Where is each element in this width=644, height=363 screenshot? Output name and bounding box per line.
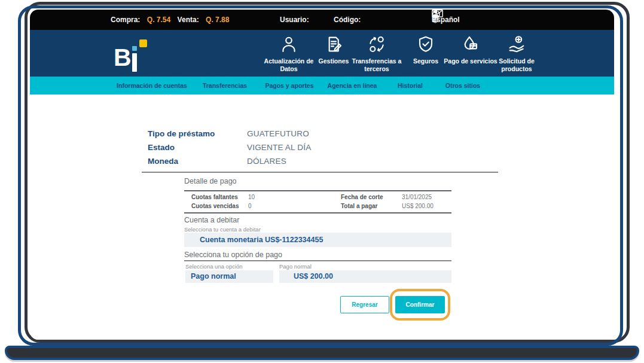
- venta-value: Q. 7.88: [206, 10, 229, 30]
- laptop-mockup: Compra: Q. 7.54 Venta: Q. 7.88 Usuario: …: [0, 0, 644, 363]
- fecha-corte-value: 31/01/2025: [402, 194, 432, 200]
- total-pagar-label: Total a pagar: [341, 203, 378, 209]
- loan-status-label: Estado: [148, 143, 175, 152]
- banking-app-window: Compra: Q. 7.54 Venta: Q. 7.88 Usuario: …: [30, 10, 614, 340]
- subnav-otros-sitios[interactable]: Otros sitios: [445, 77, 480, 94]
- loan-type-value: GUATEFUTURO: [247, 129, 309, 138]
- bi-logo[interactable]: B: [114, 43, 155, 74]
- loan-payment-content: Tipo de préstamo GUATEFUTURO Estado VIGE…: [30, 94, 614, 340]
- fecha-corte-label: Fecha de corte: [341, 194, 383, 200]
- payment-option-select[interactable]: Pago normal: [185, 270, 273, 283]
- droplet-card-icon: [461, 35, 480, 55]
- compra-value: Q. 7.54: [147, 10, 170, 30]
- back-button[interactable]: Regresar: [340, 296, 389, 313]
- payment-detail-table: Cuotas faltantes 10 Fecha de corte 31/01…: [184, 190, 451, 213]
- table-row: Cuotas faltantes 10 Fecha de corte 31/01…: [184, 194, 451, 202]
- amount-column-label: Pago normal: [279, 263, 312, 270]
- topbar-icon-group: Español ?: [432, 10, 439, 30]
- header-nav-label: Solicitud de productos: [489, 57, 544, 72]
- cuotas-faltantes-value: 10: [248, 194, 255, 200]
- payment-option-selected: Pago normal: [191, 270, 273, 283]
- loan-status-value: VIGENTE AL DÍA: [247, 143, 311, 152]
- compra-label: Compra:: [111, 10, 140, 30]
- table-bottom-border: [184, 212, 451, 213]
- subnav-pagos-y-aportes[interactable]: Pagos y aportes: [265, 77, 313, 94]
- section-divider: [142, 172, 498, 173]
- subnav-transferencias[interactable]: Transferencias: [203, 77, 247, 94]
- confirm-button[interactable]: Confirmar: [395, 296, 445, 313]
- debit-account-title: Cuenta a debitar: [184, 216, 239, 224]
- debit-account-selected: Cuenta monetaria US$-1122334455: [200, 233, 451, 247]
- subnav-informacion-de-cuentas[interactable]: Información de cuentas: [117, 77, 187, 94]
- document-pencil-icon: [324, 35, 343, 55]
- total-pagar-value: US$ 200.00: [402, 203, 434, 209]
- exchange-rate-bar: Compra: Q. 7.54 Venta: Q. 7.88 Usuario: …: [30, 10, 614, 30]
- payment-amount-field[interactable]: US$ 200.00: [279, 270, 451, 283]
- table-row: Cuotas vencidas 0 Total a pagar US$ 200.…: [184, 203, 451, 211]
- bi-logo-i-stem: [132, 53, 137, 72]
- subnav-historial[interactable]: Historial: [398, 77, 423, 94]
- payment-detail-title: Detalle de pago: [184, 177, 237, 185]
- table-top-border: [184, 190, 451, 191]
- transfer-arrows-icon: [367, 35, 386, 55]
- bi-logo-i-dot: [132, 46, 137, 51]
- usuario-label: Usuario:: [280, 10, 309, 30]
- bi-logo-yellow-square: [139, 39, 147, 47]
- bi-logo-letter: B: [114, 43, 131, 72]
- cuotas-vencidas-value: 0: [248, 203, 252, 209]
- header-nav-solicitud-productos[interactable]: Solicitud de productos: [489, 35, 544, 72]
- loan-currency-label: Moneda: [148, 157, 178, 166]
- shield-check-icon: [416, 35, 435, 55]
- debit-account-select[interactable]: Cuenta monetaria US$-1122334455: [184, 233, 451, 247]
- payment-amount-value: US$ 200.00: [294, 270, 451, 283]
- option-column-label: Selecciona una opción: [185, 263, 243, 270]
- secondary-nav: Información de cuentas Transferencias Pa…: [30, 77, 614, 94]
- power-logout-icon[interactable]: [432, 10, 441, 19]
- venta-label: Venta:: [178, 10, 199, 30]
- debit-account-hint: Selecciona tu cuenta a debitar: [184, 226, 261, 233]
- laptop-base: [5, 346, 639, 360]
- header-nav-transferencias-terceros[interactable]: Transferencias a terceros: [349, 35, 404, 72]
- header-nav-label: Transferencias a terceros: [349, 57, 404, 72]
- main-header: B Actualización de Datos: [30, 30, 614, 77]
- loan-type-row: Tipo de préstamo GUATEFUTURO: [148, 129, 506, 143]
- loan-status-row: Estado VIGENTE AL DÍA: [148, 143, 506, 157]
- codigo-label: Código:: [334, 10, 361, 30]
- loan-type-label: Tipo de préstamo: [148, 129, 215, 138]
- loan-currency-value: DÓLARES: [247, 157, 286, 166]
- subnav-agencia-en-linea[interactable]: Agencia en línea: [328, 77, 377, 94]
- payment-option-underline: [184, 260, 451, 261]
- cuotas-faltantes-label: Cuotas faltantes: [191, 194, 238, 200]
- user-icon: [279, 35, 298, 55]
- hand-plus-icon: [507, 35, 526, 55]
- cuotas-vencidas-label: Cuotas vencidas: [191, 203, 239, 209]
- payment-option-title: Selecciona tu opción de pago: [184, 251, 282, 259]
- exchange-rates: Compra: Q. 7.54 Venta: Q. 7.88: [111, 10, 233, 30]
- loan-currency-row: Moneda DÓLARES: [148, 157, 506, 170]
